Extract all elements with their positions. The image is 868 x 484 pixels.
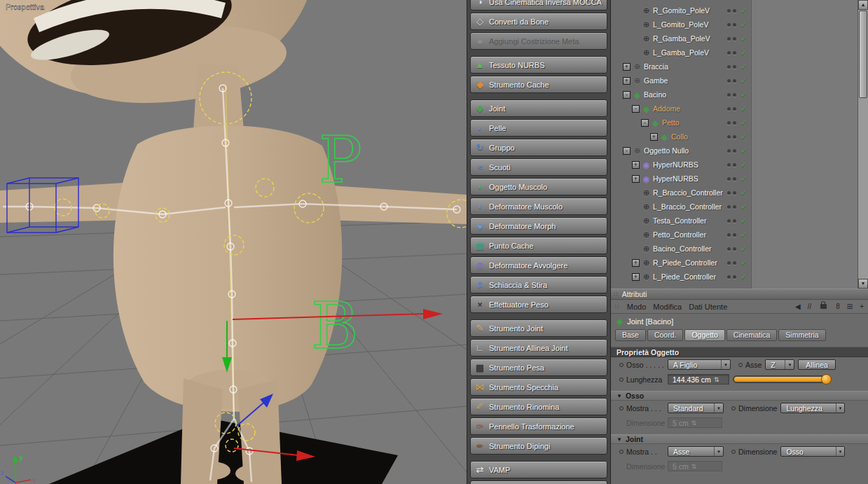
om-label[interactable]: HyperNURBS [653,174,698,183]
om-label[interactable]: Petto_Controller [653,230,706,239]
null-target-icon[interactable]: ⊕ [641,20,652,29]
om-row-hypernurbs[interactable]: +◉HyperNURBS✓ [611,172,857,186]
editor-visibility-dot[interactable] [727,177,731,181]
tab-base[interactable]: Base [615,329,646,341]
enabled-check-icon[interactable]: ✓ [740,62,747,71]
om-row-l-piede-controller[interactable]: +⊕L_Piede_Controller✓ [611,270,857,284]
enabled-check-icon[interactable]: ✓ [740,90,747,99]
om-label[interactable]: Testa_Controller [653,216,706,225]
om-row-petto-controller[interactable]: ⊕Petto_Controller✓ [611,228,857,242]
render-visibility-dot[interactable] [733,177,736,181]
editor-visibility-dot[interactable] [727,163,731,167]
enabled-check-icon[interactable]: ✓ [740,6,747,15]
om-label[interactable]: R_Braccio_Controller [653,188,723,197]
attributes-titlebar[interactable]: ∷ Attributi [611,289,868,300]
tool-joint[interactable]: ◆Joint [470,99,607,117]
tool-converti-da-bone[interactable]: ◇Converti da Bone [470,13,607,30]
render-visibility-dot[interactable] [733,247,736,251]
joint-icon[interactable]: ◆ [659,132,670,141]
tool-deformatore-muscolo[interactable]: ◖Deformatore Muscolo [470,198,607,215]
collapse-icon[interactable]: - [641,119,649,127]
subsection-joint[interactable]: ▼ Joint [611,434,868,444]
editor-visibility-dot[interactable] [727,9,731,13]
null-object-icon[interactable]: ⊕ [632,62,642,71]
joint-icon[interactable]: ◆ [632,90,642,99]
enabled-check-icon[interactable]: ✓ [740,160,747,170]
tool-strumento-pesa[interactable]: ▩Strumento Pesa [470,359,607,376]
editor-visibility-dot[interactable] [727,37,731,41]
render-visibility-dot[interactable] [733,261,736,265]
add-panel-icon[interactable]: + [860,303,864,310]
render-visibility-dot[interactable] [733,79,736,83]
render-visibility-dot[interactable] [733,107,736,111]
enabled-check-icon[interactable]: ✓ [740,230,747,240]
tool-tessuto-nurbs[interactable]: ▲Tessuto NURBS [470,56,607,74]
menu-modifica[interactable]: Modifica [653,303,682,311]
om-row-gambe[interactable]: +⊕Gambe✓ [611,74,857,88]
tool-strumento-specchia[interactable]: ⋈Strumento Specchia [470,378,607,396]
enabled-check-icon[interactable]: ✓ [740,202,747,212]
joint-icon[interactable]: ◆ [650,118,661,127]
tool-strumento-allinea-joint[interactable]: ∟Strumento Allinea Joint [470,339,607,357]
editor-visibility-dot[interactable] [727,23,731,27]
om-label[interactable]: Petto [662,118,680,127]
editor-visibility-dot[interactable] [727,51,731,55]
om-row-braccia[interactable]: +⊕Braccia✓ [611,60,857,74]
om-row-hypernurbs[interactable]: +◉HyperNURBS✓ [611,158,857,172]
tool-effettuatore-peso[interactable]: ×Effettuatore Peso [470,296,607,313]
null-target-icon[interactable]: ⊕ [641,188,652,198]
om-row-l-braccio-controller[interactable]: ⊕L_Braccio_Controller✓ [611,200,857,214]
tool-punto-cache[interactable]: ▦Punto Cache [470,237,607,254]
enabled-check-icon[interactable]: ✓ [740,20,747,29]
render-visibility-dot[interactable] [733,121,736,125]
slider-knob[interactable] [821,374,832,385]
scroll-down-icon[interactable]: ▼ [858,279,868,289]
lunghezza-slider[interactable] [733,375,830,383]
om-label[interactable]: L_Piede_Controller [653,272,716,281]
tool-strumento-cache[interactable]: ◆Strumento Cache [470,76,607,93]
tool-pelle[interactable]: ◗Pelle [470,119,607,137]
om-label[interactable]: Bacino [644,90,666,99]
enabled-check-icon[interactable]: ✓ [740,48,747,57]
osso-dropdown[interactable]: A Figlio ▼ [668,359,731,370]
tool-partial[interactable] [470,480,607,484]
expand-icon[interactable]: + [623,63,631,71]
null-target-icon[interactable]: ⊕ [641,202,652,212]
render-visibility-dot[interactable] [733,23,736,27]
joint-dimensione-mode-dropdown[interactable]: Osso ▼ [780,446,845,457]
om-label[interactable]: Addome [653,104,680,113]
om-label[interactable]: L_Gamba_PoleV [653,48,709,57]
render-visibility-dot[interactable] [733,163,736,167]
null-target-icon[interactable]: ⊕ [641,230,652,240]
render-visibility-dot[interactable] [733,37,736,41]
tool-strumento-rinomina[interactable]: ✐Strumento Rinomina [470,398,607,415]
render-visibility-dot[interactable] [733,51,736,55]
om-label[interactable]: Bacino_Controller [653,244,711,253]
enabled-check-icon[interactable]: ✓ [740,188,747,198]
spinner-icon[interactable]: ⇅ [714,376,719,383]
tool-oggetto-muscolo[interactable]: ◖Oggetto Muscolo [470,178,607,195]
render-visibility-dot[interactable] [733,149,736,153]
tool-schiaccia-stira[interactable]: ⇕Schiaccia & Stira [470,276,607,293]
subsection-osso[interactable]: ▼ Osso [611,391,868,401]
tool-deformatore-morph[interactable]: ◈Deformatore Morph [470,217,607,235]
menu-modo[interactable]: Modo [627,303,647,311]
om-row-r-piede-controller[interactable]: +⊕R_Piede_Controller✓ [611,256,857,270]
collapse-icon[interactable]: - [623,91,631,99]
editor-visibility-dot[interactable] [727,219,731,223]
null-target-icon[interactable]: ⊕ [641,6,652,15]
collapse-icon[interactable]: - [632,105,640,113]
joint-mostra-dropdown[interactable]: Asse ▼ [668,446,724,457]
history-forward-icon[interactable]: // [808,303,812,310]
om-row-l-gamba-polev[interactable]: ⊕L_Gamba_PoleV✓ [611,46,857,60]
render-visibility-dot[interactable] [733,219,736,223]
enabled-check-icon[interactable]: ✓ [740,118,747,127]
enabled-check-icon[interactable]: ✓ [740,76,747,85]
tool-usa-cinematica-inversa-mocca[interactable]: ◑Usa Cinematica Inversa MOCCA [470,0,607,11]
lunghezza-field[interactable]: 144.436 cm ⇅ [668,374,729,385]
viewport-perspective[interactable]: P B y x z Prospettiva [0,0,467,484]
viewport-label[interactable]: Prospettiva [6,3,45,11]
editor-visibility-dot[interactable] [727,261,731,265]
enabled-check-icon[interactable]: ✓ [740,34,747,43]
editor-visibility-dot[interactable] [727,149,731,153]
